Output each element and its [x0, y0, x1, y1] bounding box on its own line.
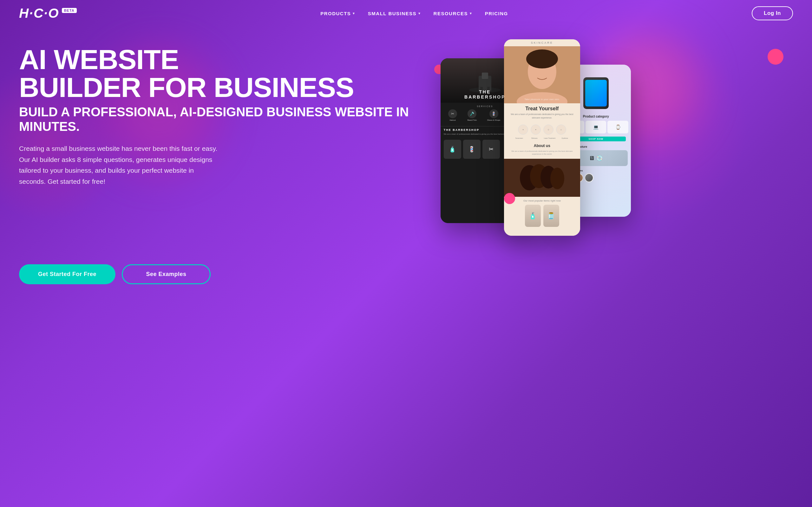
beard-icon: 🪒: [467, 109, 476, 118]
chevron-down-icon-3: ▾: [470, 11, 472, 15]
hero-subtitle: BUILD A PROFESSIONAL, AI-DESIGNED BUSINE…: [19, 105, 421, 134]
nav-item-small-business[interactable]: SMALL BUSINESS ▾: [368, 11, 421, 16]
shop-svg: [504, 159, 580, 197]
nav-item-resources[interactable]: RESOURCES ▾: [434, 11, 472, 16]
logo-text: H·C·O: [19, 7, 59, 20]
deco-circle-pink-2: [768, 49, 783, 65]
nav-item-pricing[interactable]: PRICING: [485, 11, 508, 16]
tech-phone-screen: [585, 80, 607, 107]
skincare-about-title: About us: [504, 142, 580, 150]
skincare-category-circles: ☀ ✦ ⬡ ◇: [504, 123, 580, 136]
barbershop-title: THE BARBERSHOP: [463, 89, 507, 100]
skincare-products: 🧴 🫙: [504, 204, 580, 228]
nav-label-products: PRODUCTS: [320, 11, 351, 16]
chevron-down-icon-2: ▾: [418, 11, 421, 15]
hero-left-content: AI WEBSITE BUILDER FOR BUSINESS BUILD A …: [19, 39, 421, 187]
skincare-treat-desc: We are a team of professionals dedicated…: [504, 113, 580, 123]
label-sunscreen: Sunscreen: [513, 137, 525, 139]
haircut-icon: ✂: [448, 109, 457, 118]
nav-label-pricing: PRICING: [485, 11, 508, 16]
tech-phone-image: [583, 77, 609, 109]
svg-rect-4: [482, 72, 488, 79]
tech-item-2: 💻: [586, 121, 606, 133]
label-skincare: Skincare: [528, 137, 541, 139]
skincare-brand: SKINCARE: [504, 39, 580, 46]
face-placeholder: Take pleasure in your own skin.: [504, 46, 580, 103]
nav-link-pricing[interactable]: PRICING: [485, 11, 508, 16]
barbershop-overlay-text: THE BARBERSHOP: [463, 89, 507, 100]
tech-item-3: ⌚: [607, 121, 628, 133]
nav-item-products[interactable]: PRODUCTS ▾: [320, 11, 355, 16]
service-shave: 💈 Shave & Shape: [487, 109, 501, 121]
shave-icon: 💈: [490, 109, 498, 118]
product-thumb-1: 🧴: [444, 140, 461, 159]
nav-label-small-business: SMALL BUSINESS: [368, 11, 416, 16]
service-beard: 🪒 Beard Trim: [467, 109, 477, 121]
chevron-down-icon: ▾: [353, 11, 355, 15]
shave-label: Shave & Shape: [487, 119, 501, 121]
circle-skincare: ✦: [531, 124, 541, 135]
navigation: H·C·O BETA PRODUCTS ▾ SMALL BUSINESS ▾ R…: [0, 0, 812, 26]
circle-sunscreen: ☀: [518, 124, 528, 135]
beard-label: Beard Trim: [467, 119, 477, 121]
skincare-popular-label: Our most popular items right now: [504, 197, 580, 204]
review-avatar-3: [585, 173, 594, 182]
cta-secondary-button[interactable]: See Examples: [122, 264, 211, 284]
product-thumb-2: 💈: [463, 140, 480, 159]
face-svg: Take pleasure in your own skin.: [504, 46, 580, 103]
label-laser: Laser Treatment: [543, 137, 556, 139]
nav-link-small-business[interactable]: SMALL BUSINESS ▾: [368, 11, 421, 16]
hero-title-line1: AI WEBSITE: [19, 44, 179, 75]
skincare-product-2: 🫙: [543, 205, 559, 227]
hero-phone-mockups: THE BARBERSHOP SERVICES ✂ Haircut 🪒: [421, 39, 793, 255]
hero-title: AI WEBSITE BUILDER FOR BUSINESS: [19, 46, 421, 101]
svg-text:Take pleasure in your own skin: Take pleasure in your own skin.: [524, 98, 560, 101]
skincare-circle-labels: Sunscreen Skincare Laser Treatment Eyebr…: [504, 136, 580, 142]
nav-link-resources[interactable]: RESOURCES ▾: [434, 11, 472, 16]
skincare-treat-title: Treat Yourself: [504, 103, 580, 113]
beta-badge: BETA: [62, 8, 77, 13]
skincare-content: SKINCARE: [504, 39, 580, 236]
skincare-about-text: We are a team of professionals dedicated…: [504, 150, 580, 159]
circle-laser: ⬡: [543, 124, 554, 135]
label-eyebrow: Eyebrow: [559, 137, 571, 139]
hero-section: AI WEBSITE BUILDER FOR BUSINESS BUILD A …: [0, 26, 812, 255]
nav-label-resources: RESOURCES: [434, 11, 468, 16]
login-button[interactable]: Log In: [752, 6, 793, 20]
hero-description: Creating a small business website has ne…: [19, 143, 222, 187]
svg-point-11: [526, 49, 558, 68]
cta-primary-button[interactable]: Get Started For Free: [19, 264, 115, 284]
haircut-label: Haircut: [450, 119, 456, 121]
skincare-shop-image: [504, 159, 580, 197]
nav-link-products[interactable]: PRODUCTS ▾: [320, 11, 355, 16]
svg-point-18: [550, 168, 564, 189]
service-haircut: ✂ Haircut: [448, 109, 457, 121]
bottom-cta-section: Get Started For Free See Examples: [0, 255, 812, 297]
nav-links: PRODUCTS ▾ SMALL BUSINESS ▾ RESOURCES ▾ …: [320, 11, 508, 16]
product-thumb-3: ✂: [483, 140, 500, 159]
skincare-hero-image: Take pleasure in your own skin.: [504, 46, 580, 103]
skincare-product-1: 🧴: [525, 205, 541, 227]
phone-skincare: SKINCARE: [504, 39, 580, 236]
circle-eyebrow: ◇: [556, 124, 566, 135]
hero-title-line2: BUILDER FOR BUSINESS: [19, 72, 354, 103]
logo-area: H·C·O BETA: [19, 7, 77, 20]
